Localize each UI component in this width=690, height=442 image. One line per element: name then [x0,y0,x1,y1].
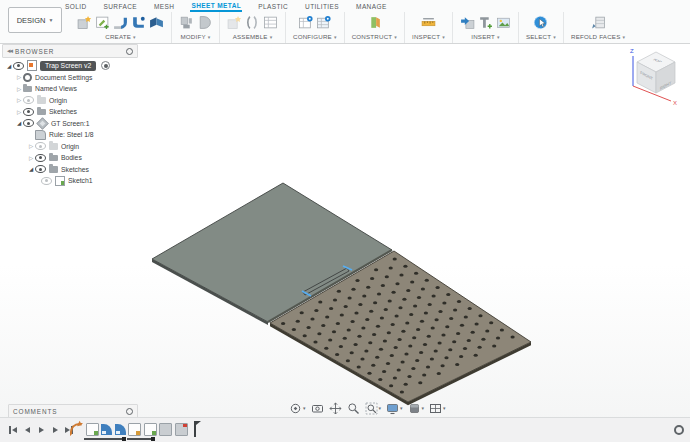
settings-gear-icon[interactable] [674,425,684,435]
configuration-insert-icon[interactable] [316,15,331,30]
expand-icon[interactable]: ◢ [15,120,23,126]
refold-faces-dropdown[interactable]: REFOLD FACES [571,33,625,40]
bom-table-icon[interactable] [263,15,278,30]
tab-mesh[interactable]: MESH [153,1,175,11]
timeline-features [70,421,196,437]
activate-component-radio[interactable] [101,61,110,70]
assemble-dropdown[interactable]: ASSEMBLE [233,33,273,40]
construct-dropdown[interactable]: CONSTRUCT [352,33,397,40]
timeline-feature-sketch[interactable] [86,423,99,436]
view-cube[interactable]: Z X TOP FRONT RIGHT [624,44,688,110]
expand-icon[interactable]: ◢ [27,166,35,172]
tree-item-origin-child[interactable]: ▷ Origin [2,141,138,153]
tab-sheet-metal[interactable]: SHEET METAL [190,0,242,12]
tab-manage[interactable]: MANAGE [355,1,388,11]
viewports-button[interactable]: ▾ [427,401,448,416]
chevron-down-icon: ▾ [379,405,382,411]
visibility-eye-icon[interactable] [23,96,34,104]
zoom-button[interactable] [345,401,362,416]
timeline-feature-flange[interactable] [101,424,112,435]
tab-solid[interactable]: SOLID [64,1,88,11]
expand-icon[interactable]: ▷ [15,109,23,115]
browser-tree: ◢ Trap Screen v2 ▷ Document Settings ▷ N… [2,58,138,187]
expand-icon[interactable]: ▷ [27,155,35,161]
timeline-feature-sketch[interactable] [128,423,141,436]
timeline-feature-body[interactable] [159,423,172,436]
tab-surface[interactable]: SURFACE [103,1,139,11]
visibility-eye-icon[interactable] [13,62,24,70]
go-to-start-button[interactable] [8,424,18,435]
collapse-panel-icon[interactable]: ◂◂ [7,47,12,55]
tree-item-label: Origin [49,97,67,104]
timeline-feature-flange[interactable] [115,424,126,435]
timeline-feature-cut[interactable] [175,423,188,436]
flange-icon[interactable] [113,15,128,30]
timeline-group-bar[interactable] [127,438,151,440]
comments-header[interactable]: COMMENTS [8,404,138,418]
tree-item-named-views[interactable]: ▷ Named Views [2,83,138,95]
insert-image-icon[interactable] [496,15,511,30]
fit-button[interactable]: ▾ [363,401,384,416]
new-component-icon[interactable] [77,15,92,30]
look-at-button[interactable] [309,401,326,416]
display-settings-button[interactable]: ▾ [384,401,405,416]
tree-item-root-component[interactable]: ◢ Trap Screen v2 [2,60,138,72]
bend-icon[interactable] [149,15,164,30]
grid-settings-button[interactable]: ▾ [406,401,427,416]
pan-button[interactable] [327,401,344,416]
play-button[interactable] [36,424,46,435]
visibility-eye-icon[interactable] [23,119,34,127]
select-dropdown[interactable]: SELECT [526,33,556,40]
visibility-eye-icon[interactable] [35,154,46,162]
create-dropdown[interactable]: CREATE [105,33,136,40]
insert-dropdown[interactable]: INSERT [471,33,500,40]
expand-icon[interactable]: ▷ [15,86,23,92]
expand-icon[interactable]: ▷ [15,97,23,103]
tree-item-document-settings[interactable]: ▷ Document Settings [2,72,138,84]
construction-plane-icon[interactable] [367,15,382,30]
tree-item-sketches-child[interactable]: ◢ Sketches [2,164,138,176]
inspect-dropdown[interactable]: INSPECT [412,33,445,40]
chevron-down-icon: ▼ [48,17,53,23]
form-tool-icon[interactable] [179,15,194,30]
tree-item-bodies[interactable]: ▷ Bodies [2,152,138,164]
create-sketch-icon[interactable] [95,15,110,30]
new-component-ghost-icon[interactable] [227,15,242,30]
expand-icon[interactable]: ▷ [15,74,23,80]
joint-icon[interactable] [245,15,260,30]
insert-text-icon[interactable] [478,15,493,30]
tree-item-origin[interactable]: ▷ Origin [2,95,138,107]
visibility-eye-icon[interactable] [35,142,46,150]
modify-dropdown[interactable]: MODIFY [181,33,211,40]
tree-item-gt-screen[interactable]: ◢ GT Screen:1 [2,118,138,130]
orbit-button[interactable]: ▾ [287,401,308,416]
timeline-position-marker[interactable] [194,421,196,437]
timeline-group-bar[interactable] [84,438,122,440]
comments-gear-icon[interactable] [126,408,133,415]
refold-faces-icon[interactable] [591,15,606,30]
measure-icon[interactable] [421,15,436,30]
tree-item-sketch1[interactable]: Sketch1 [2,175,138,187]
step-forward-button[interactable] [50,424,60,435]
design-workspace-menu[interactable]: DESIGN▼ [8,7,62,33]
visibility-eye-icon[interactable] [41,177,52,185]
step-back-button[interactable] [22,424,32,435]
unfold-icon[interactable] [197,15,212,30]
configure-dropdown[interactable]: CONFIGURE [293,33,337,40]
visibility-eye-icon[interactable] [35,165,46,173]
timeline-feature-sketch[interactable] [144,423,157,436]
tree-item-sketches[interactable]: ▷ Sketches [2,106,138,118]
expand-icon[interactable]: ▷ [27,143,35,149]
insert-derive-icon[interactable] [460,15,475,30]
configuration-table-icon[interactable] [298,15,313,30]
tab-utilities[interactable]: UTILITIES [304,1,340,11]
flange-full-icon[interactable] [131,15,146,30]
expand-icon[interactable]: ◢ [5,63,13,69]
browser-gear-icon[interactable] [126,48,133,55]
timeline-feature-derive[interactable] [70,423,83,436]
browser-header[interactable]: ◂◂ BROWSER [2,44,138,58]
visibility-eye-icon[interactable] [23,108,34,116]
tree-item-sheet-metal-rule[interactable]: Rule: Steel 1/8 [2,129,138,141]
tab-plastic[interactable]: PLASTIC [257,1,289,11]
select-cursor-icon[interactable] [533,15,548,30]
